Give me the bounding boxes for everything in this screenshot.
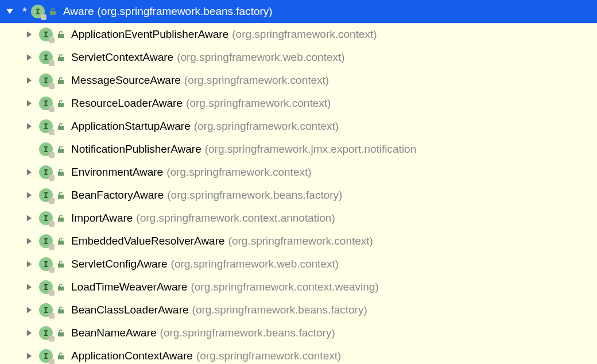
unlock-icon — [55, 121, 67, 132]
tree-row[interactable]: I BeanClassLoaderAware (org.springframew… — [0, 299, 597, 322]
class-name: EmbeddedValueResolverAware — [71, 235, 225, 247]
tree-row[interactable]: I BeanNameAware (org.springframework.bea… — [0, 322, 597, 344]
package-name: (org.springframework.context) — [194, 120, 339, 133]
tree-row[interactable]: I ApplicationEventPublisherAware (org.sp… — [0, 23, 597, 46]
tree-row[interactable]: I EmbeddedValueResolverAware (org.spring… — [0, 230, 597, 253]
tree-row[interactable]: I ImportAware (org.springframework.conte… — [0, 207, 597, 230]
type-hierarchy-tree: * I Aware (org.springframework.beans.fac… — [0, 0, 597, 364]
expand-toggle[interactable] — [23, 258, 36, 270]
expand-toggle[interactable] — [23, 120, 36, 133]
unlock-icon — [55, 327, 67, 339]
expand-toggle[interactable] — [23, 350, 36, 362]
expand-toggle[interactable] — [23, 74, 36, 87]
expand-toggle[interactable] — [23, 28, 36, 41]
interface-icon: I — [39, 234, 53, 248]
package-name: (org.springframework.context.weaving) — [191, 281, 378, 293]
package-name: (org.springframework.beans.factory) — [192, 304, 367, 316]
unlock-icon — [55, 281, 67, 293]
expand-toggle[interactable] — [23, 304, 36, 316]
tree-row[interactable]: I ServletConfigAware (org.springframewor… — [0, 253, 597, 276]
svg-marker-1 — [27, 31, 32, 37]
expand-toggle[interactable] — [23, 97, 36, 110]
unlock-icon — [55, 144, 67, 155]
class-name: ApplicationStartupAware — [71, 120, 191, 133]
unlock-icon — [55, 304, 67, 316]
unlock-icon — [55, 350, 67, 362]
expand-toggle[interactable] — [23, 166, 36, 179]
svg-marker-13 — [27, 330, 32, 336]
unlock-icon — [55, 166, 67, 178]
svg-marker-8 — [27, 215, 32, 221]
svg-marker-10 — [27, 261, 32, 267]
interface-icon: I — [39, 142, 53, 156]
package-name: (org.springframework.beans.factory) — [167, 189, 342, 202]
expand-toggle[interactable] — [23, 281, 36, 293]
tree-row[interactable]: I ApplicationContextAware (org.springfra… — [0, 344, 597, 364]
interface-icon: I — [39, 51, 53, 64]
class-name: Aware — [63, 5, 94, 18]
unlock-icon — [47, 6, 59, 17]
expand-toggle[interactable] — [23, 327, 36, 339]
class-name: ServletContextAware — [71, 51, 173, 64]
interface-icon: I — [31, 5, 45, 18]
interface-icon: I — [39, 257, 53, 271]
package-name: (org.springframework.beans.factory) — [160, 327, 335, 339]
class-name: BeanNameAware — [71, 327, 157, 339]
package-name: (org.springframework.context) — [184, 74, 329, 87]
expand-toggle[interactable] — [23, 212, 36, 224]
class-name: ApplicationEventPublisherAware — [71, 28, 228, 41]
tree-row[interactable]: I ResourceLoaderAware (org.springframewo… — [0, 92, 597, 115]
modified-indicator: * — [20, 5, 30, 18]
expand-toggle[interactable] — [23, 189, 36, 202]
svg-marker-0 — [6, 9, 13, 14]
package-name: (org.springframework.context.annotation) — [136, 212, 335, 224]
package-name: (org.springframework.context) — [196, 350, 341, 362]
interface-icon: I — [39, 303, 53, 317]
expand-toggle[interactable] — [3, 5, 16, 18]
interface-icon: I — [39, 96, 53, 110]
svg-marker-12 — [27, 307, 32, 313]
class-name: LoadTimeWeaverAware — [71, 281, 187, 293]
expand-toggle[interactable] — [23, 235, 36, 247]
svg-marker-9 — [27, 238, 32, 244]
tree-row[interactable]: I ServletContextAware (org.springframewo… — [0, 46, 597, 69]
class-name: ResourceLoaderAware — [71, 97, 183, 110]
svg-marker-7 — [27, 192, 32, 198]
class-name: ApplicationContextAware — [71, 350, 193, 362]
tree-row[interactable]: I ApplicationStartupAware (org.springfra… — [0, 115, 597, 138]
svg-marker-4 — [27, 100, 32, 106]
expand-toggle[interactable] — [23, 51, 36, 64]
unlock-icon — [55, 98, 67, 109]
unlock-icon — [55, 52, 67, 63]
package-name: (org.springframework.beans.factory) — [98, 5, 273, 18]
interface-icon: I — [39, 280, 53, 294]
svg-marker-11 — [27, 284, 32, 290]
class-name: ServletConfigAware — [71, 258, 168, 270]
package-name: (org.springframework.jmx.export.notifica… — [205, 143, 417, 156]
unlock-icon — [55, 29, 67, 40]
tree-row[interactable]: I LoadTimeWeaverAware (org.springframewo… — [0, 276, 597, 299]
interface-icon: I — [39, 188, 53, 202]
class-name: EnvironmentAware — [71, 166, 163, 179]
package-name: (org.springframework.web.context) — [177, 51, 345, 64]
tree-row[interactable]: I EnvironmentAware (org.springframework.… — [0, 161, 597, 184]
class-name: BeanFactoryAware — [71, 189, 164, 202]
class-name: BeanClassLoaderAware — [71, 304, 189, 316]
class-name: NotificationPublisherAware — [71, 143, 201, 156]
unlock-icon — [55, 212, 67, 224]
svg-marker-2 — [27, 54, 32, 60]
svg-marker-14 — [27, 353, 32, 359]
tree-row[interactable]: I MessageSourceAware (org.springframewor… — [0, 69, 597, 92]
interface-icon: I — [39, 326, 53, 340]
svg-marker-5 — [27, 123, 32, 129]
tree-row[interactable]: I BeanFactoryAware (org.springframework.… — [0, 184, 597, 207]
package-name: (org.springframework.context) — [232, 28, 377, 41]
tree-row[interactable]: I NotificationPublisherAware (org.spring… — [0, 138, 597, 161]
package-name: (org.springframework.context) — [166, 166, 311, 179]
interface-icon: I — [39, 211, 53, 225]
interface-icon: I — [39, 119, 53, 133]
package-name: (org.springframework.context) — [186, 97, 331, 110]
package-name: (org.springframework.context) — [228, 235, 373, 247]
tree-row-root[interactable]: * I Aware (org.springframework.beans.fac… — [0, 0, 597, 23]
package-name: (org.springframework.web.context) — [171, 258, 339, 270]
